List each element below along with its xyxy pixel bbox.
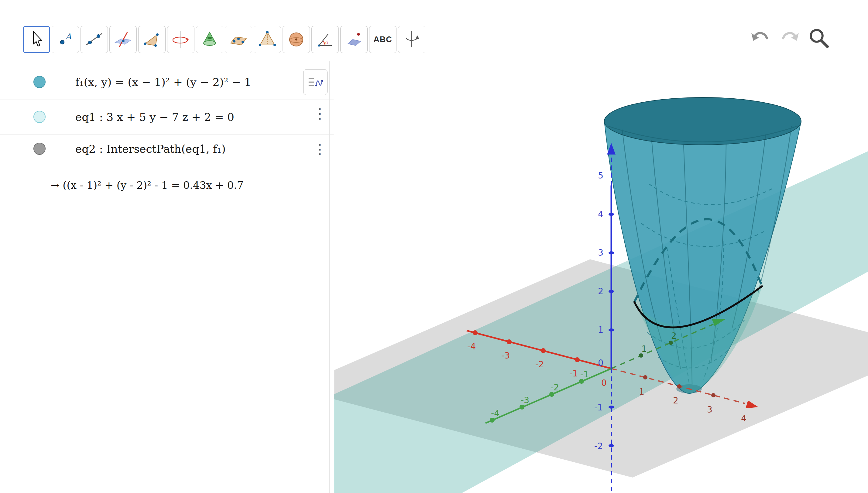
graphics-3d-view[interactable]: -4 -3 -2 -1 0 1 2 3 4 -4 -3 -2 -1 1 2 1 …	[334, 53, 868, 493]
row-separator	[0, 100, 334, 100]
reflect-plane-icon	[344, 30, 364, 49]
undo-icon[interactable]	[749, 27, 772, 49]
tool-cone-button[interactable]	[196, 26, 223, 53]
search-icon[interactable]	[807, 26, 831, 51]
tool-buttons: A	[23, 26, 425, 53]
visibility-toggle-eq1[interactable]	[34, 111, 46, 123]
move-cursor-icon	[27, 30, 46, 49]
tool-rotate-view-button[interactable]	[398, 26, 425, 53]
angle-icon: α	[315, 30, 335, 49]
y-axis-label: -3	[521, 395, 529, 405]
x-axis-label: -1	[569, 368, 578, 379]
x-axis-label: -3	[501, 351, 510, 361]
origin-label: 0	[598, 358, 603, 368]
expression-f1: f₁(x, y) = (x − 1)² + (y − 2)² − 1	[75, 76, 251, 88]
cone-icon	[200, 30, 219, 49]
z-axis-label: 1	[598, 325, 603, 335]
pyramid-icon	[257, 30, 277, 49]
y-axis-label: -2	[551, 383, 559, 392]
y-axis-label: 1	[641, 344, 647, 354]
redo-icon[interactable]	[778, 27, 801, 49]
x-axis-label: -2	[535, 360, 544, 369]
style-list-button[interactable]	[303, 69, 328, 95]
z-axis-label: 2	[598, 286, 603, 296]
visibility-toggle-f1[interactable]	[34, 76, 46, 88]
geogebra-toolbar: A	[0, 0, 868, 61]
y-axis-label: 2	[671, 331, 677, 341]
y-axis-label: -1	[580, 369, 589, 380]
plane-points-icon	[229, 30, 248, 49]
x-axis-label: 3	[707, 405, 712, 415]
tool-point-button[interactable]: A	[51, 26, 79, 53]
algebra-panel: f₁(x, y) = (x − 1)² + (y − 2)² − 1 eq1 :…	[0, 61, 334, 493]
point-icon: A	[56, 30, 75, 49]
polygon-icon	[142, 30, 162, 49]
row-menu-eq1[interactable]: ⋮	[313, 107, 324, 121]
text-tool-label: ABC	[373, 35, 392, 44]
tool-reflect-button[interactable]	[340, 26, 368, 53]
result-eq2: → ((x - 1)² + (y - 2)² - 1 = 0.43x + 0.7	[51, 179, 334, 191]
x-axis-label: 2	[673, 395, 678, 406]
expression-eq1: eq1 : 3 x + 5 y − 7 z + 2 = 0	[75, 111, 234, 123]
tool-perpendicular-line-button[interactable]	[109, 26, 137, 53]
z-axis-label: -2	[594, 441, 603, 451]
x-axis-label: 0	[601, 378, 607, 388]
x-axis-label: 1	[639, 387, 644, 397]
tool-move-button[interactable]	[23, 26, 50, 53]
list-function-icon	[307, 74, 324, 91]
tool-line-button[interactable]	[81, 26, 108, 53]
circle-axis-icon	[171, 30, 190, 49]
toolbar-actions	[749, 26, 831, 51]
z-axis-label: 3	[598, 248, 603, 258]
x-axis-label: -4	[467, 342, 476, 351]
paraboloid-opening	[604, 98, 801, 145]
row-separator	[0, 134, 334, 134]
rotate-3d-view-icon	[402, 30, 421, 49]
sphere-icon	[287, 30, 306, 49]
z-axis-label: 5	[598, 171, 603, 180]
z-axis-label: 4	[598, 209, 603, 219]
tool-sphere-button[interactable]	[283, 26, 310, 53]
tool-text-button[interactable]: ABC	[369, 26, 396, 53]
svg-text:α: α	[325, 40, 328, 45]
visibility-toggle-eq2[interactable]	[34, 143, 46, 155]
x-axis-label: 4	[741, 413, 746, 424]
tool-polygon-button[interactable]	[138, 26, 166, 53]
tool-plane-through-points-button[interactable]	[225, 26, 252, 53]
plane-with-line-icon	[113, 30, 133, 49]
y-axis-label: -4	[491, 408, 499, 418]
tool-circle-with-axis-button[interactable]	[167, 26, 194, 53]
panel-scrollbar[interactable]	[329, 61, 330, 493]
svg-text:A: A	[65, 32, 72, 41]
line-icon	[84, 30, 104, 49]
row-menu-eq2[interactable]: ⋮	[313, 142, 324, 156]
expression-eq2: eq2 : IntersectPath(eq1, f₁)	[75, 143, 226, 155]
tool-pyramid-button[interactable]	[254, 26, 281, 53]
tool-angle-button[interactable]: α	[311, 26, 339, 53]
z-axis-label: -1	[594, 403, 603, 412]
